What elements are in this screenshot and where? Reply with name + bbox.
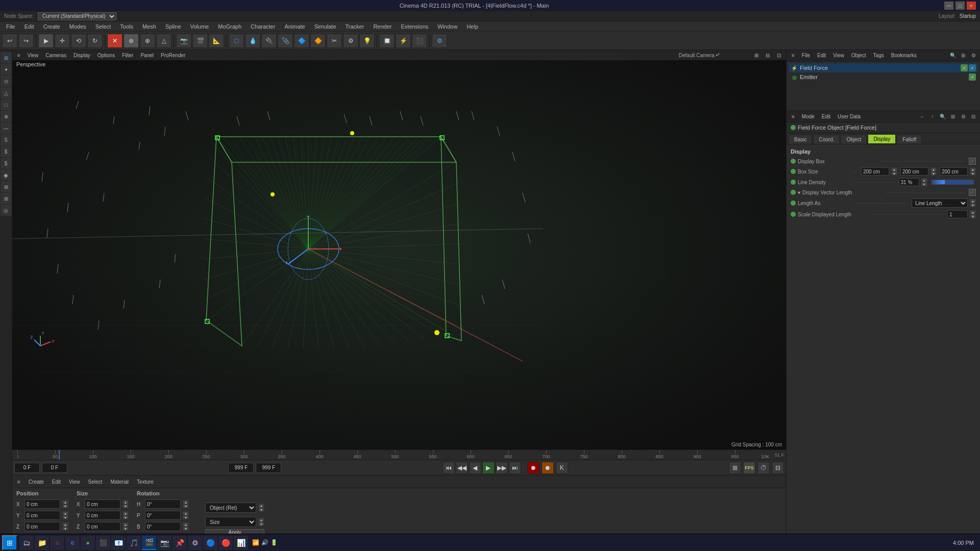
prop-menu-mode[interactable]: Mode <box>799 113 818 120</box>
tag-1[interactable]: ✓ <box>961 64 968 71</box>
taskbar-browser-3[interactable]: ● <box>81 536 95 550</box>
obj-menu-tags[interactable]: Tags <box>870 52 887 59</box>
obj-search-button[interactable]: 🔍 <box>948 51 958 60</box>
vp-menu-view[interactable]: ≡ <box>14 52 23 59</box>
box-x-up[interactable]: ▲ <box>891 167 897 171</box>
object-row-field-force[interactable]: ⚡ Field Force ✓ ✓ <box>789 63 978 72</box>
menu-create[interactable]: Create <box>39 22 64 31</box>
pos-z-up[interactable]: ▲ <box>62 522 68 527</box>
transport-extra-2[interactable]: FPS <box>743 462 755 474</box>
obj-settings-button[interactable]: ⚙ <box>969 51 978 60</box>
maximize-button[interactable]: □ <box>955 2 965 10</box>
mat-menu-texture[interactable]: Texture <box>134 478 157 486</box>
mat-hamburger[interactable]: ≡ <box>14 478 23 486</box>
mat-menu-edit[interactable]: Edit <box>49 478 64 486</box>
taskbar-app-7[interactable]: ⚙ <box>188 536 202 550</box>
box-x-down[interactable]: ▼ <box>891 171 897 176</box>
tab-coord[interactable]: Coord. <box>813 135 840 144</box>
current-time-display[interactable]: 0 F <box>42 463 67 473</box>
sky[interactable]: ⚡ <box>396 34 411 48</box>
obj-menu-object[interactable]: Object <box>848 52 869 59</box>
goto-start-button[interactable]: ⏮ <box>443 462 455 474</box>
vp-menu-prorender[interactable]: ProRender <box>158 52 188 59</box>
prop-icon-2[interactable]: 🔍 <box>938 112 947 121</box>
left-tool-10[interactable]: $ <box>1 158 12 169</box>
obj-menu-edit[interactable]: Edit <box>814 52 829 59</box>
menu-mograph[interactable]: MoGraph <box>214 22 246 31</box>
display-box-checkbox[interactable] <box>969 158 976 165</box>
size-y-up[interactable]: ▲ <box>122 511 129 515</box>
box-size-x-input[interactable]: 200 cm <box>861 167 889 176</box>
display-vector-checkbox[interactable] <box>969 189 976 196</box>
menu-character[interactable]: Character <box>247 22 279 31</box>
pos-y-up[interactable]: ▲ <box>62 511 68 515</box>
prop-back-button[interactable]: ← <box>918 112 927 121</box>
spline-tool[interactable]: 📎 <box>278 34 293 48</box>
length-as-up[interactable]: ▲ <box>970 199 976 203</box>
obj-menu-hamburger[interactable]: ≡ <box>789 52 798 59</box>
taskbar-browser-1[interactable]: ○ <box>50 536 64 550</box>
box-z-down[interactable]: ▼ <box>970 171 976 176</box>
tab-display[interactable]: Display <box>868 134 896 144</box>
taskbar-app-5[interactable]: 📷 <box>157 536 172 550</box>
vp-menu-options[interactable]: Options <box>94 52 118 59</box>
size-mode-up[interactable]: ▲ <box>258 518 264 522</box>
menu-file[interactable]: File <box>2 22 19 31</box>
play-button[interactable]: ▶ <box>482 462 495 474</box>
menu-animate[interactable]: Animate <box>280 22 309 31</box>
size-z-down[interactable]: ▼ <box>122 527 129 531</box>
left-tool-4[interactable]: △ <box>1 87 12 98</box>
primitive-cylinder[interactable]: 🔌 <box>261 34 277 48</box>
minimize-button[interactable]: ─ <box>944 2 953 10</box>
tool-move[interactable]: ✛ <box>55 34 70 48</box>
vp-corner-3[interactable]: ⊡ <box>774 52 784 59</box>
render-region[interactable]: 📷 <box>176 34 191 48</box>
prop-icon-1[interactable]: ↑ <box>928 112 937 121</box>
taskbar-app-10[interactable]: 📊 <box>234 536 248 550</box>
tab-object[interactable]: Object <box>841 135 867 144</box>
vp-corner-2[interactable]: ⊟ <box>763 52 773 59</box>
left-tool-12[interactable]: ⊞ <box>1 181 12 192</box>
left-tool-7[interactable]: — <box>1 122 12 134</box>
rot-p-down[interactable]: ▼ <box>183 515 189 519</box>
primitive-cube[interactable]: ⬡ <box>229 34 244 48</box>
light[interactable]: 💡 <box>359 34 375 48</box>
timeline-ruler[interactable]: 0 50 100 150 200 250 300 350 400 450 <box>17 450 773 460</box>
apply-button[interactable]: Apply <box>205 529 264 534</box>
obj-menu-view[interactable]: View <box>830 52 847 59</box>
taskbar-explorer[interactable]: 🗂 <box>19 536 34 550</box>
menu-window[interactable]: Window <box>433 22 461 31</box>
prop-icon-4[interactable]: ⚙ <box>959 112 968 121</box>
poly-mode[interactable]: △ <box>156 34 172 48</box>
obj-view-button[interactable]: ⊞ <box>959 51 968 60</box>
prop-menu-userdata[interactable]: User Data <box>835 113 864 120</box>
key-all-button[interactable]: K <box>556 462 568 474</box>
settings[interactable]: ⚙ <box>432 34 447 48</box>
left-tool-6[interactable]: ⊕ <box>1 111 12 122</box>
box-z-up[interactable]: ▲ <box>970 167 976 171</box>
left-tool-2[interactable]: ✦ <box>1 64 12 75</box>
rot-h-down[interactable]: ▼ <box>183 504 189 508</box>
pos-z-down[interactable]: ▼ <box>62 527 68 531</box>
viewport[interactable]: ≡ View Cameras Display Options Filter Pa… <box>12 50 786 449</box>
emitter-tag-1[interactable]: ✓ <box>969 73 976 81</box>
auto-key-button[interactable]: ⏺ <box>542 462 554 474</box>
render-settings[interactable]: 📐 <box>209 34 224 48</box>
taskbar-files[interactable]: 📁 <box>35 536 49 550</box>
rot-p-up[interactable]: ▲ <box>183 511 189 515</box>
redo-button[interactable]: ↪ <box>18 34 34 48</box>
size-y-down[interactable]: ▼ <box>122 515 129 519</box>
left-tool-8[interactable]: S <box>1 134 12 145</box>
vp-menu-panel[interactable]: Panel <box>137 52 157 59</box>
start-button[interactable]: ⊞ <box>2 535 17 550</box>
scale-up[interactable]: ▲ <box>970 210 976 214</box>
mat-menu-select[interactable]: Select <box>85 478 106 486</box>
taskbar-app-2[interactable]: 📧 <box>111 536 126 550</box>
floor[interactable]: 🔲 <box>379 34 395 48</box>
menu-help[interactable]: Help <box>462 22 482 31</box>
taskbar-clock[interactable]: 4:00 PM <box>953 540 978 546</box>
next-frame-button[interactable]: ▶▶ <box>496 462 508 474</box>
mat-menu-material[interactable]: Material <box>107 478 132 486</box>
close-button[interactable]: × <box>967 2 976 10</box>
taskbar-app-1[interactable]: ⬛ <box>96 536 110 550</box>
